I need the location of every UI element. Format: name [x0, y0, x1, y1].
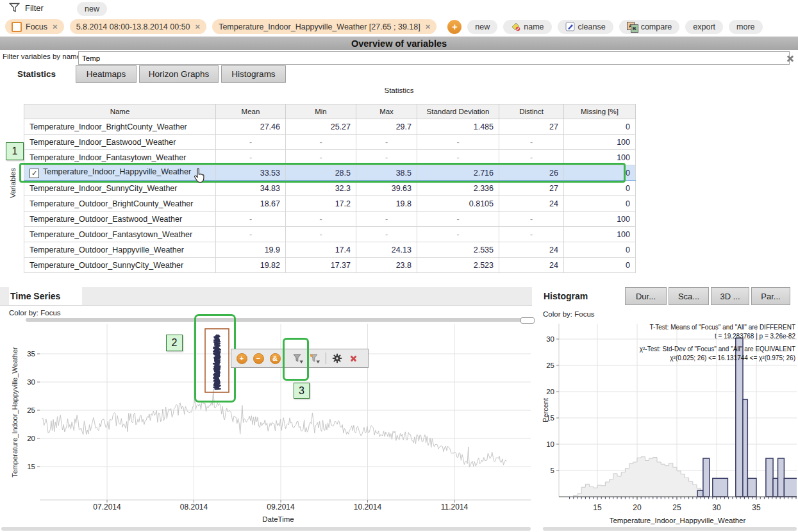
cell-value: -: [216, 227, 286, 242]
timeseries-hscrollbar[interactable]: [1, 527, 531, 531]
table-row[interactable]: Temperature_Indoor_BrightCounty_Weather2…: [24, 119, 636, 135]
cell-value: 24.13: [356, 242, 417, 258]
chip-time-range-label: 5.8.2014 08:00-13.8.2014 00:50: [76, 22, 190, 31]
histogram-panel: Histogram Dur... Sca... 3D ... Par... Co…: [542, 287, 798, 532]
cleanse-button[interactable]: cleanse: [558, 20, 613, 34]
chip-focus-label: Focus: [26, 22, 47, 31]
variables-axis-label: Variables: [9, 168, 17, 198]
cell-value: 24: [499, 196, 564, 212]
tab-statistics[interactable]: Statistics: [0, 65, 73, 83]
cell-value: -: [216, 135, 286, 150]
cell-value: -: [356, 212, 417, 227]
tab-horizon-graphs[interactable]: Horizon Graphs: [139, 65, 219, 83]
more-button[interactable]: more: [729, 20, 762, 34]
add-filter-button[interactable]: +: [447, 20, 461, 34]
cell-name: Temperature_Outdoor_SunnyCity_Weather: [24, 258, 216, 273]
chip-time-range-close-icon[interactable]: ×: [195, 22, 201, 31]
overview-header: Overview of variables: [0, 37, 798, 50]
plus-icon: +: [452, 21, 458, 32]
cell-value: 39.63: [356, 181, 417, 196]
filter-menu-label: Filter: [25, 3, 44, 13]
cell-value: -: [216, 150, 286, 165]
cell-name: ✓Temperature_Indoor_Happyville_Weather: [24, 165, 216, 181]
chip-focus-close-icon[interactable]: ×: [53, 22, 58, 31]
chip-variable-range-close-icon[interactable]: ×: [426, 22, 431, 31]
cell-value: 19.9: [216, 242, 286, 258]
focus-square-icon: [12, 22, 22, 32]
zoom-out-button[interactable]: −: [251, 351, 266, 366]
cell-value: 19.8: [356, 196, 417, 212]
clear-filter-icon[interactable]: [786, 54, 795, 63]
table-row[interactable]: Temperature_Outdoor_Fantasytown_Weather-…: [24, 227, 636, 242]
name-button[interactable]: name: [503, 20, 551, 34]
ts-x-tick: 09.2014: [267, 503, 295, 511]
zoom-in-button[interactable]: +: [234, 351, 249, 366]
combine-selection-button[interactable]: &: [267, 351, 283, 366]
cell-value: 29.7: [356, 119, 417, 135]
table-row[interactable]: Temperature_Outdoor_Eastwood_Weather----…: [24, 212, 636, 227]
cell-value: 23.8: [356, 258, 417, 273]
table-row[interactable]: Temperature_Outdoor_SunnyCity_Weather19.…: [24, 258, 636, 273]
cell-value: 100: [564, 150, 636, 165]
close-toolbar-button[interactable]: [346, 351, 362, 366]
table-row[interactable]: Temperature_Outdoor_BrightCounty_Weather…: [24, 196, 636, 212]
compare-button[interactable]: A B compare: [619, 20, 680, 34]
cell-value: 2.523: [417, 258, 499, 273]
name-tag-icon: [511, 22, 520, 31]
settings-button[interactable]: [329, 351, 345, 366]
table-row[interactable]: Temperature_Indoor_SunnyCity_Weather34.8…: [24, 181, 636, 196]
column-header-distinct[interactable]: Distinct: [499, 104, 564, 119]
ts-series-all: [42, 389, 506, 467]
filter-add-arrow-icon: [309, 353, 320, 364]
table-row[interactable]: Temperature_Indoor_Fantasytown_Weather--…: [24, 150, 636, 165]
ttest-line-2: t = 19.283768 | p = 3.26e-82: [715, 333, 795, 340]
histogram-hscrollbar[interactable]: [543, 527, 797, 531]
ttest-line-4: χ²(0.025; 26) <= 16.131744 <= χ²(0.975; …: [670, 354, 795, 362]
set-focus-filter-button[interactable]: [290, 351, 306, 366]
row-checkbox[interactable]: ✓: [29, 169, 39, 178]
chip-time-range[interactable]: 5.8.2014 08:00-13.8.2014 00:50 ×: [70, 19, 207, 34]
column-header-name[interactable]: Name: [24, 104, 216, 119]
hist-y-tick: 10: [546, 440, 554, 448]
column-header-max[interactable]: Max: [356, 104, 417, 119]
cell-value: -: [499, 227, 564, 242]
cell-value: -: [499, 135, 564, 150]
filter-variables-label: Filter variables by name:: [3, 53, 83, 60]
ts-y-tick: 15: [27, 463, 35, 470]
overview-title: Overview of variables: [351, 38, 447, 49]
chip-focus[interactable]: Focus ×: [5, 19, 64, 34]
hist-y-tick: 30: [546, 335, 554, 343]
chip-variable-range-label: Temperature_Indoor_Happyville_Weather [2…: [219, 22, 420, 31]
tab-new-session[interactable]: new: [77, 2, 107, 16]
cell-value: -: [499, 150, 564, 165]
filter-variables-input[interactable]: [78, 51, 790, 65]
cell-value: -: [286, 135, 356, 150]
column-header-missing-[interactable]: Missing [%]: [564, 104, 636, 119]
cell-name: Temperature_Indoor_BrightCounty_Weather: [24, 119, 216, 135]
cell-value: -: [356, 227, 417, 242]
cell-value: 27: [499, 181, 564, 196]
chip-variable-range[interactable]: Temperature_Indoor_Happyville_Weather [2…: [212, 19, 436, 34]
timeseries-chart: 152025303507.201408.201409.201410.201411…: [0, 287, 532, 532]
cell-name: Temperature_Outdoor_BrightCounty_Weather: [24, 196, 216, 212]
cell-value: 26: [499, 165, 564, 181]
cell-value: 100: [564, 212, 636, 227]
cell-value: -: [417, 212, 499, 227]
filter-menu[interactable]: Filter: [9, 3, 44, 13]
tab-heatmaps[interactable]: Heatmaps: [76, 65, 137, 83]
table-row[interactable]: Temperature_Indoor_Eastwood_Weather-----…: [24, 135, 636, 150]
name-button-label: name: [524, 22, 544, 31]
export-button[interactable]: export: [685, 20, 723, 34]
add-focus-filter-button[interactable]: [307, 351, 322, 366]
column-header-min[interactable]: Min: [286, 104, 356, 119]
new-button[interactable]: new: [467, 20, 497, 34]
ts-x-axis-label: DateTime: [262, 515, 294, 523]
ts-x-tick: 10.2014: [354, 503, 382, 511]
ttest-line-3: χ²-Test: Std-Dev of "Focus" and "All" ar…: [640, 345, 795, 353]
cell-value: -: [356, 135, 417, 150]
column-header-standard-deviation[interactable]: Standard Deviation: [417, 104, 499, 119]
table-row[interactable]: ✓Temperature_Indoor_Happyville_Weather33…: [24, 165, 636, 181]
tab-histograms[interactable]: Histograms: [221, 65, 286, 83]
table-row[interactable]: Temperature_Outdoor_Happyville_Weather19…: [24, 242, 636, 258]
column-header-mean[interactable]: Mean: [216, 104, 286, 119]
